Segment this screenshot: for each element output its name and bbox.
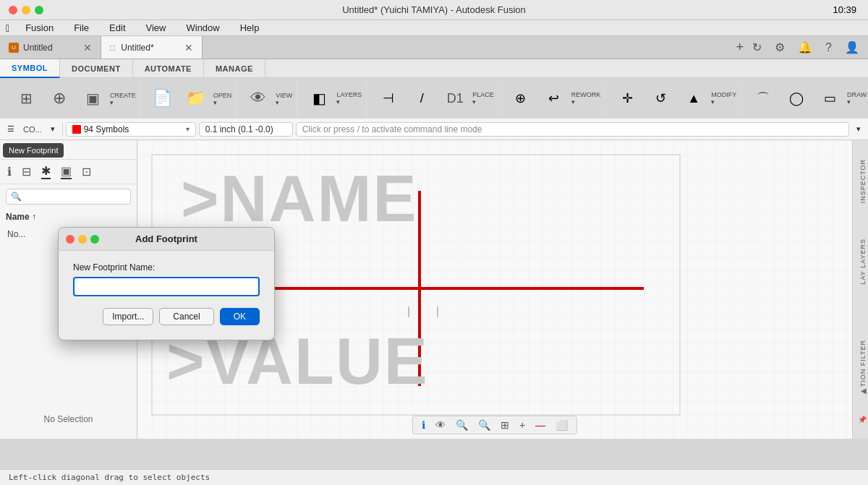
close-button[interactable]	[9, 6, 17, 14]
modal-min-btn[interactable]	[78, 235, 87, 244]
menu-help[interactable]: Help	[236, 21, 264, 35]
search-btn[interactable]: ▾	[46, 123, 59, 135]
apple-logo-icon[interactable]: 	[6, 22, 9, 34]
toolbar-tab-document[interactable]: DOCUMENT	[60, 59, 133, 77]
device-icon[interactable]: ⊡	[82, 165, 91, 179]
menu-file[interactable]: File	[69, 21, 93, 35]
tab-settings-button[interactable]: ⚙	[770, 39, 789, 56]
modal-max-btn[interactable]	[90, 235, 99, 244]
zoom-in-btn[interactable]: 🔍	[475, 418, 493, 432]
layers-icon: ◧	[312, 90, 326, 107]
toolbar-btn-symbol[interactable]: ▣	[77, 88, 109, 108]
modal-close-btn[interactable]	[66, 235, 75, 244]
ok-button[interactable]: OK	[220, 308, 260, 325]
menu-view[interactable]: View	[142, 21, 171, 35]
draw-label: DRAW ▾	[847, 91, 867, 106]
toolbar-tab-automate[interactable]: AUTOMATE	[133, 59, 204, 77]
toolbar-btn-layers[interactable]: ◧	[303, 87, 335, 110]
cmd-expand-btn[interactable]: ▾	[852, 123, 865, 135]
toolbar-btn-rect[interactable]: ▭	[814, 87, 846, 109]
move-icon: ⊕	[515, 90, 526, 106]
tab-help-button[interactable]: ?	[821, 40, 836, 56]
menu-edit[interactable]: Edit	[105, 21, 129, 35]
d1-icon: D1	[447, 91, 464, 106]
toolbar-btn-open[interactable]: 📄	[147, 87, 179, 109]
toolbar-btn-modify2[interactable]: ↺	[644, 87, 676, 109]
tab-profile-button[interactable]: 👤	[841, 39, 864, 56]
toolbar-group-open: 📄 📁 OPEN ▾	[142, 78, 237, 119]
rework-label: REWORK ▾	[571, 91, 601, 106]
status-text: Left-click diagonal drag to select objec…	[9, 473, 210, 482]
command-line[interactable]: Click or press / to activate command lin…	[296, 122, 849, 137]
left-panel-toggle: ☰ CO... ▾	[3, 123, 63, 135]
modal-title-text: Add Footprint	[135, 233, 197, 244]
symbol-icon: ▣	[86, 91, 100, 106]
search-input[interactable]	[25, 192, 133, 202]
fit-btn[interactable]: ⊞	[498, 418, 512, 432]
tab-refresh-button[interactable]: ↻	[748, 39, 766, 56]
component-icon[interactable]: ⊟	[22, 165, 31, 179]
grid-icon[interactable]: ✱	[41, 164, 51, 179]
panel-pin-btn[interactable]: 📌	[858, 414, 867, 424]
combo-dot-icon	[72, 125, 81, 134]
toolbar-tab-symbol[interactable]: SYMBOL	[0, 59, 60, 78]
zoom-out-btn[interactable]: 🔍	[453, 418, 471, 432]
visibility-btn[interactable]: 👁	[433, 418, 448, 432]
rect-icon: ▭	[824, 90, 836, 106]
clock: 10:39	[833, 4, 856, 15]
place2-icon: /	[420, 91, 424, 106]
secondary-toolbar: ☰ CO... ▾ 94 Symbols ▾ 0.1 inch (0.1 -0.…	[0, 119, 868, 140]
active-tab-icon[interactable]: ▣	[61, 164, 72, 179]
tab-notification-button[interactable]: 🔔	[793, 39, 817, 56]
tab-add-button[interactable]: +	[736, 40, 744, 55]
minimize-button[interactable]	[22, 6, 30, 14]
maximize-button[interactable]	[35, 6, 43, 14]
modal-body: New Footprint Name: Import... Cancel OK	[59, 251, 274, 340]
import-button[interactable]: Import...	[103, 308, 153, 325]
toolbar-btn-modify1[interactable]: ✛	[611, 87, 643, 109]
toolbar-btn-place2[interactable]: /	[406, 88, 438, 109]
panel-toggle-btn[interactable]: ☰	[3, 123, 19, 135]
place1-icon: ⊣	[383, 90, 394, 106]
modal-title-bar: Add Footprint	[59, 228, 274, 251]
select-mode-btn[interactable]: ⬜	[553, 418, 571, 432]
tab-close-untitled[interactable]: ✕	[83, 42, 92, 53]
symbols-dropdown[interactable]: 94 Symbols ▾	[66, 122, 196, 137]
menu-fusion[interactable]: Fusion	[21, 21, 58, 35]
main-area: New Library ℹ ⊟ ✱ ▣ ⊡ 🔍 Name ↑ No... No …	[0, 140, 868, 439]
toolbar-btn-move[interactable]: ⊕	[505, 87, 537, 109]
footprint-name-input[interactable]	[73, 277, 260, 296]
view-label: VIEW ▾	[276, 92, 292, 106]
tab-icon2: □	[110, 43, 115, 53]
window-title: Untitled* (Yuichi TAMIYA) - Autodesk Fus…	[342, 4, 526, 15]
info-btn[interactable]: ℹ	[419, 418, 428, 432]
tab-close-untitled-star[interactable]: ✕	[184, 42, 193, 53]
zoom-minus-btn[interactable]: —	[532, 418, 548, 432]
panel-collapse-btn[interactable]: ◀	[861, 385, 867, 395]
menu-window[interactable]: Window	[182, 21, 224, 35]
lay-layers-label: LAY LAYERS	[859, 234, 867, 289]
tab-untitled[interactable]: U Untitled ✕	[0, 36, 101, 59]
toolbar-btn-new[interactable]: ⊞	[10, 88, 42, 108]
toolbar-tab-manage[interactable]: MANAGE	[204, 59, 265, 77]
toolbar-btn-arc[interactable]: ⌒	[747, 87, 779, 110]
toolbar-btn-d1[interactable]: D1	[439, 88, 471, 109]
toolbar-btn-place1[interactable]: ⊣	[373, 87, 404, 109]
info-icon[interactable]: ℹ	[7, 165, 12, 179]
left-panel-icons: ℹ ⊟ ✱ ▣ ⊡	[0, 160, 137, 184]
traffic-lights	[9, 6, 43, 14]
coord-display: 0.1 inch (0.1 -0.0)	[199, 122, 293, 137]
toolbar-btn-open2[interactable]: 📁	[180, 87, 212, 109]
toolbar-btn-modify3[interactable]: ▲	[678, 88, 710, 109]
toolbar-btn-rework2[interactable]: ↩	[538, 87, 570, 109]
tab-untitled-star[interactable]: □ Untitled* ✕	[101, 36, 203, 59]
panel-label: CO...	[20, 125, 45, 134]
toolbar-btn-create[interactable]: ⊕	[43, 87, 75, 109]
cancel-button[interactable]: Cancel	[159, 308, 213, 325]
tion-filter-section: TION FILTER	[859, 335, 867, 391]
zoom-actual-btn[interactable]: +	[516, 418, 528, 432]
menu-bar:  Fusion File Edit View Window Help	[0, 20, 868, 36]
modify1-icon: ✛	[622, 90, 633, 106]
toolbar-btn-view[interactable]: 👁	[242, 87, 274, 109]
toolbar-btn-circle[interactable]: ◯	[780, 87, 812, 109]
